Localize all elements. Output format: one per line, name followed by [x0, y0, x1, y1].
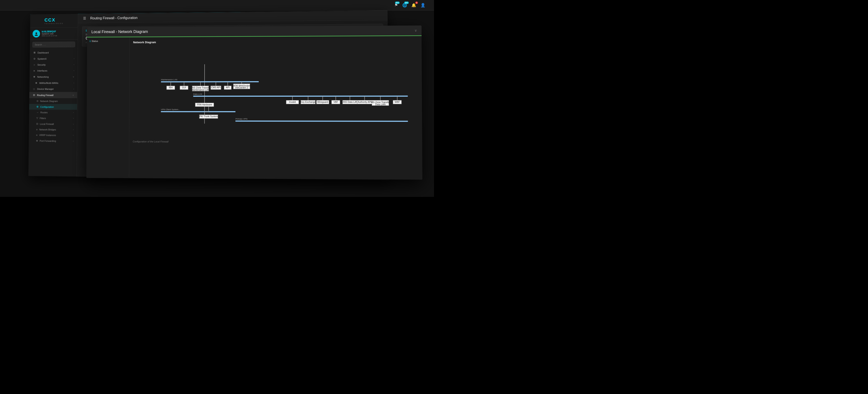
- sidebar-label-security: Security: [37, 63, 46, 66]
- routes-icon: →: [36, 111, 39, 114]
- svg-point-1: [35, 35, 38, 36]
- cms-api-label: CMS API: [211, 86, 220, 89]
- logo-subtitle: TECHNOLOGIES: [44, 23, 64, 24]
- interfaces-icon: ≡: [33, 69, 35, 72]
- front-status-section: ℹ Status: [90, 40, 127, 42]
- info-icon: ℹ: [86, 29, 87, 32]
- sidebar-item-interfaces[interactable]: ≡ Interfaces ‹: [30, 67, 78, 73]
- user-time: 2024-11-25 12:27:05: [41, 35, 57, 37]
- bell-badge: 1: [415, 2, 418, 4]
- sidebar-item-network-diagram[interactable]: ⊙ Network Diagram: [29, 98, 77, 104]
- sidebar-item-routing-firewall[interactable]: ⊡ Routing Firewall ∨: [29, 92, 77, 98]
- local-firewall-icon: ⊡: [36, 122, 38, 125]
- user-button[interactable]: 👤: [421, 3, 425, 8]
- sidebar-item-wans[interactable]: ⊗ WANs/Multi-WANs ‹: [29, 80, 77, 86]
- security-icon: ○: [33, 64, 36, 66]
- chevron-down-icon-2: ∨: [72, 94, 74, 96]
- sidebar-item-configuration[interactable]: ⚙ Configuration: [29, 104, 77, 110]
- user-section: Id-8LDBWQUF SystemX User 2024-11-25 12:2…: [30, 27, 78, 40]
- port-forwarding-icon: ⊕: [36, 140, 38, 142]
- front-window-header: Local Firewall - Network Diagram ∨: [87, 26, 422, 37]
- chevron-right-icon-2: ›: [73, 117, 74, 119]
- user-info: Id-8LDBWQUF SystemX User 2024-11-25 12:2…: [41, 30, 57, 37]
- flag-button[interactable]: ⚑ 894: [394, 3, 398, 8]
- sidebar-item-device-manager[interactable]: □ Device Manager ‹: [29, 86, 77, 92]
- wbf-label: WBF: [395, 101, 400, 103]
- sidebar-item-security[interactable]: ○ Security ‹: [30, 62, 78, 68]
- chevron-left-icon-3: ‹: [73, 69, 74, 72]
- sidebar-label-filters: Filters: [40, 117, 46, 119]
- sidebar-label-port-forwarding: Port Forwarding: [40, 140, 56, 142]
- chevron-right-icon-3: ›: [73, 123, 74, 125]
- info-icon-2: ℹ: [90, 40, 91, 42]
- wireguard-label: Wireguard: [317, 101, 328, 103]
- pki-label: PKI Trunk System: [199, 115, 218, 118]
- sidebar-label-vrrp: VRRP Instances: [39, 134, 56, 137]
- maintenance-lan-label: Maintenance LAN: [161, 79, 177, 81]
- chevron-right-icon-6: ›: [73, 140, 73, 142]
- chevron-right-icon: ›: [73, 112, 74, 114]
- invalid-label: Invalid: [289, 101, 296, 103]
- diagram-footer: Configuration of the Local Firewall: [133, 140, 419, 144]
- api-label: API: [226, 86, 229, 89]
- sidebar-label-systemx: SystemX: [37, 58, 46, 60]
- eem-label2: etbGarden 2: [235, 86, 248, 89]
- sidebar-item-dashboard[interactable]: ⊞ Dashboard: [30, 49, 78, 56]
- wans-icon: ⊗: [35, 82, 38, 84]
- search-input[interactable]: [32, 41, 75, 48]
- mg-zone-label2: Data LAN: [375, 103, 385, 105]
- globe-badge: 283: [404, 2, 409, 4]
- data-lan-label: Data LAN: [193, 93, 202, 95]
- top-bar: ⚑ 894 🌐 283 🔔 1 👤: [0, 0, 434, 10]
- chevron-down-icon: ∨: [73, 75, 74, 78]
- bell-button[interactable]: 🔔 1: [411, 3, 416, 8]
- maintenance-lan-bus: [161, 82, 259, 82]
- chevron-left-icon-2: ‹: [73, 64, 74, 66]
- sidebar-item-network-bridges[interactable]: ≡ Network Bridges ›: [29, 127, 77, 133]
- network-bridges-icon: ≡: [36, 128, 37, 131]
- primary-vpn-text: Primary VPN: [236, 118, 247, 120]
- sidebar-label-local-firewall: Local Firewall: [40, 123, 54, 125]
- sidebar-label-network-bridges: Network Bridges: [39, 128, 56, 131]
- user-role: SystemX User: [41, 33, 57, 35]
- sidebar-label-wans: WANs/Multi-WANs: [39, 82, 58, 84]
- globe-button[interactable]: 🌐 283: [402, 3, 407, 8]
- fra-label: FRA Hardware: [197, 103, 212, 106]
- primary-vpn-bus: [236, 121, 408, 121]
- configuration-icon: ⚙: [36, 105, 38, 108]
- front-left-panel: ℹ Status: [86, 37, 130, 177]
- networking-icon: ⊕: [33, 75, 35, 78]
- sidebar-item-filters[interactable]: ▽ Filters ›: [29, 115, 77, 121]
- sidebar-item-port-forwarding[interactable]: ⊕ Port Forwarding ›: [29, 138, 77, 144]
- front-main-area: Network Diagram Maintenance LAN Data LAN…: [129, 36, 422, 179]
- chevron-left-icon: ‹: [74, 58, 74, 60]
- user-icon: 👤: [421, 3, 425, 8]
- sidebar-item-systemx[interactable]: ⊙ SystemX ‹: [30, 56, 78, 62]
- ibh-label: IBH: [169, 86, 173, 89]
- vpn-client-label: VPN Client System...: [161, 108, 180, 111]
- authority-api-label: Authority API: [358, 101, 372, 103]
- network-diagram-svg: Maintenance LAN Data LAN VPN Client Syst…: [133, 47, 418, 139]
- logo-text: CCX: [44, 17, 64, 23]
- sidebar-item-vrrp[interactable]: ≡ VRRP Instances ›: [29, 132, 77, 138]
- hamburger-icon[interactable]: ☰: [82, 16, 88, 21]
- sidebar-label-routing-firewall: Routing Firewall: [37, 94, 54, 96]
- network-diagram-icon: ⊙: [37, 99, 38, 102]
- vrrp-icon: ≡: [36, 134, 37, 137]
- network-diagram-title: Network Diagram: [133, 39, 418, 44]
- chevron-right-icon-4: ›: [73, 129, 74, 131]
- sidebar-label-routes: Routes: [40, 111, 48, 114]
- sidebar-item-networking[interactable]: ⊕ Networking ∨: [30, 73, 78, 80]
- sidebar-label-network-diagram: Network Diagram: [40, 100, 58, 102]
- sidebar-logo: CCX TECHNOLOGIES: [30, 14, 78, 28]
- sidebar-item-local-firewall[interactable]: ⊡ Local Firewall ›: [29, 121, 77, 127]
- logo-x: X: [52, 17, 55, 23]
- key-exchange-label: Key Exchange: [301, 101, 316, 103]
- sidebar-label-dashboard: Dashboard: [37, 51, 49, 54]
- flag-badge: 894: [395, 2, 400, 4]
- user-id: Id-8LDBWQUF: [42, 30, 57, 33]
- network-diagram-area: Maintenance LAN Data LAN VPN Client Syst…: [133, 47, 418, 139]
- sidebar-item-routes[interactable]: → Routes ›: [29, 110, 77, 115]
- sidebar-label-interfaces: Interfaces: [37, 69, 47, 72]
- filters-icon: ▽: [36, 117, 38, 120]
